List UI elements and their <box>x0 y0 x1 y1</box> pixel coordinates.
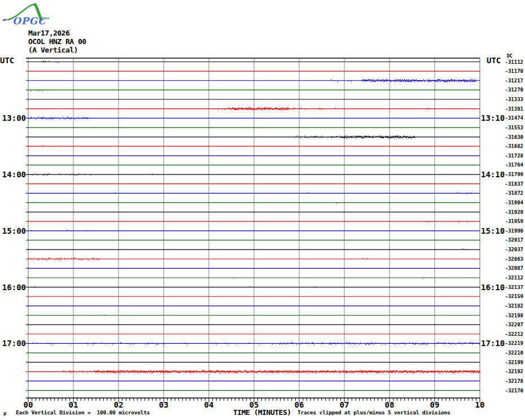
trace-noise <box>395 138 395 138</box>
trace-noise <box>274 371 275 372</box>
trace-noise <box>410 137 411 137</box>
trace-noise <box>78 173 79 174</box>
trace-noise <box>146 344 147 344</box>
trace-noise <box>155 372 156 373</box>
trace-noise <box>320 343 321 344</box>
trace-noise <box>104 371 105 372</box>
trace-noise <box>321 344 322 344</box>
trace-noise <box>49 60 49 61</box>
dc-value-12:40: -31333 <box>497 97 523 102</box>
trace-noise <box>271 371 272 371</box>
trace-noise <box>94 258 94 259</box>
trace-noise <box>423 372 424 373</box>
trace-noise <box>410 372 410 373</box>
trace-noise <box>300 372 301 373</box>
trace-noise <box>307 370 307 371</box>
trace-noise <box>426 344 427 345</box>
dc-value-14:50: -31959 <box>497 219 523 224</box>
trace-noise <box>256 110 256 110</box>
trace-noise <box>313 343 313 343</box>
dc-value-13:40: -31728 <box>497 154 523 159</box>
trace-noise <box>331 344 332 344</box>
trace-noise <box>474 79 475 80</box>
trace-noise <box>30 258 31 259</box>
trace-noise <box>351 371 351 372</box>
trace-noise <box>140 372 141 373</box>
trace-noise <box>152 174 152 174</box>
trace-noise <box>447 371 448 371</box>
trace-noise <box>462 370 463 371</box>
trace-noise <box>322 135 322 136</box>
trace-noise <box>85 371 85 372</box>
trace-noise <box>238 109 239 110</box>
trace-noise <box>387 81 388 81</box>
trace-noise <box>307 137 308 138</box>
trace-noise <box>382 372 383 373</box>
trace-noise <box>39 259 40 259</box>
trace-noise <box>393 137 393 138</box>
trace-noise <box>284 370 285 371</box>
trace-noise <box>337 371 338 372</box>
trace-noise <box>139 373 140 373</box>
trace-noise <box>133 370 133 371</box>
trace-noise <box>408 371 409 372</box>
trace-noise <box>427 79 427 80</box>
trace-noise <box>396 371 396 372</box>
trace-noise <box>80 259 80 260</box>
trace-noise <box>400 79 401 80</box>
trace-noise <box>432 371 433 371</box>
trace-noise <box>288 108 288 108</box>
trace-noise <box>464 193 465 194</box>
trace-noise <box>85 118 86 119</box>
trace-noise <box>285 372 285 373</box>
trace-noise <box>353 343 353 343</box>
trace-noise <box>282 108 283 109</box>
trace-noise <box>281 110 281 110</box>
trace-noise <box>63 117 63 117</box>
trace-noise <box>49 258 50 259</box>
trace-noise <box>443 343 444 344</box>
trace-noise <box>366 344 366 344</box>
trace-noise <box>135 372 135 373</box>
trace-noise <box>113 371 114 371</box>
trace-noise <box>300 344 300 344</box>
trace-noise <box>212 370 212 371</box>
trace-noise <box>101 342 102 343</box>
trace-noise <box>236 110 237 110</box>
trace-noise <box>70 372 71 373</box>
trace-noise <box>475 370 475 371</box>
trace-noise <box>181 370 181 371</box>
trace-noise <box>462 193 462 194</box>
trace-noise <box>164 343 165 344</box>
trace-noise <box>50 119 51 120</box>
dc-value-15:00: -31990 <box>497 229 523 234</box>
left-hour-label-15:00: 15:00 <box>1 227 26 235</box>
trace-noise <box>43 145 43 146</box>
trace-noise <box>285 343 285 344</box>
trace-noise <box>412 372 413 373</box>
trace-noise <box>336 136 337 137</box>
dc-value-16:40: -32207 <box>497 322 523 327</box>
trace-noise <box>333 371 333 371</box>
trace-noise <box>399 80 400 81</box>
trace-noise <box>203 372 203 373</box>
trace-noise <box>191 372 191 373</box>
trace-noise <box>71 258 72 259</box>
trace-noise <box>131 371 132 371</box>
trace-noise <box>282 344 282 344</box>
trace-noise <box>350 80 351 81</box>
trace-noise <box>395 344 396 344</box>
dc-value-16:00: -32137 <box>497 285 523 290</box>
trace-noise <box>201 371 202 372</box>
trace-noise <box>310 370 311 371</box>
trace-noise <box>284 342 285 343</box>
trace-noise <box>91 371 92 371</box>
trace-noise <box>407 80 408 80</box>
trace-noise <box>380 137 380 138</box>
trace-noise <box>280 109 281 110</box>
trace-noise <box>390 343 391 344</box>
trace-noise <box>441 342 442 343</box>
trace-noise <box>184 343 185 343</box>
trace-noise <box>391 137 392 137</box>
trace-noise <box>378 371 379 371</box>
